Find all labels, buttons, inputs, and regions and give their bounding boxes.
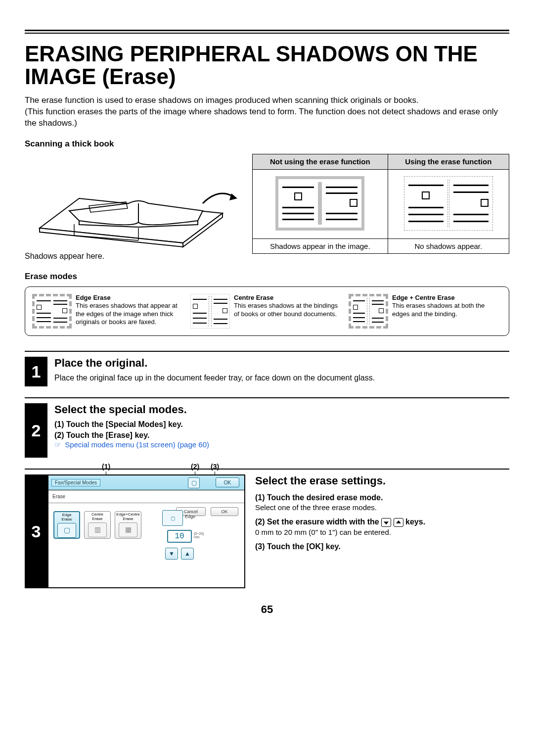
th-not-using: Not using the erase function: [253, 154, 388, 170]
step-2-number: 2: [25, 403, 47, 458]
step-3-title: Select the erase settings.: [255, 474, 425, 487]
step-2-link[interactable]: ☞ Special modes menu (1st screen) (page …: [54, 440, 509, 449]
chevron-down-icon: ▼: [169, 550, 175, 557]
intro-text: The erase function is used to erase shad…: [25, 95, 509, 129]
caption-using: No shadows appear.: [388, 239, 509, 254]
edge-preview-icon: ▢: [162, 510, 183, 526]
mode-centre-desc: This erases shadows at the bindings of b…: [234, 302, 338, 317]
erase-modes-heading: Erase modes: [25, 272, 509, 282]
increase-width-button[interactable]: ▲: [181, 548, 194, 560]
callout-2-label: (2): [191, 463, 199, 471]
special-modes-link[interactable]: Special modes menu (1st screen): [65, 440, 175, 449]
chevron-up-icon: ▲: [184, 550, 190, 557]
step-3-item-1-note: Select one of the three erase modes.: [255, 503, 425, 512]
callout-1-label: (1): [102, 463, 110, 471]
step-1: 1 Place the original. Place the original…: [25, 351, 509, 386]
book-on-glass-illustration: [25, 154, 237, 248]
down-key-icon: [381, 518, 391, 527]
mode-edge-desc: This erases shadows that appear at the e…: [76, 302, 178, 326]
mode-both-title: Edge + Centre Erase: [392, 294, 502, 302]
mode-button-edge-centre-erase[interactable]: Edge+CentreErase ▦: [115, 511, 141, 539]
step-3: 3 (1) (2) (3) Fax/Special Modes ▢ OK Era…: [25, 469, 509, 588]
erase-width-display: 10: [167, 530, 192, 543]
scanning-heading: Scanning a thick book: [25, 139, 509, 149]
touch-panel: Fax/Special Modes ▢ OK Erase Cancel OK E…: [47, 474, 245, 588]
step-3-item-2-note: 0 mm to 20 mm (0" to 1") can be entered.: [255, 528, 425, 536]
step-1-title: Place the original.: [54, 357, 509, 370]
decrease-width-button[interactable]: ▼: [165, 548, 178, 560]
page-number: 65: [25, 603, 509, 616]
panel-top-ok-button[interactable]: OK: [216, 477, 239, 487]
step-2-b: (2) Touch the [Erase] key.: [54, 431, 149, 439]
mode-centre: Centre Erase This erases shadows at the …: [190, 294, 344, 329]
cell-not-using-image: [253, 170, 388, 239]
mode-button-edge-erase[interactable]: EdgeErase ▢: [53, 511, 80, 539]
page-top-rule: [25, 30, 509, 34]
up-key-icon: [394, 518, 403, 527]
step-2-title: Select the special modes.: [54, 403, 509, 416]
caption-not-using: Shadows appear in the image.: [253, 239, 388, 254]
panel-breadcrumb: Fax/Special Modes: [51, 479, 100, 486]
th-using: Using the erase function: [388, 154, 509, 170]
shadows-caption: Shadows appear here.: [25, 252, 237, 261]
mode-edge-title: Edge Erase: [76, 294, 185, 302]
panel-preview-icon[interactable]: ▢: [188, 477, 200, 488]
step-2: 2 Select the special modes. (1) Touch th…: [25, 397, 509, 458]
page-title: ERASING PERIPHERAL SHADOWS ON THE IMAGE …: [25, 43, 509, 88]
step-3-item-2: (2) Set the erasure width with the keys.: [255, 518, 425, 526]
centre-erase-icon: ▥: [88, 522, 107, 537]
step-1-number: 1: [25, 357, 47, 386]
pointing-hand-icon: ☞: [54, 440, 61, 449]
edge-erase-icon: ▢: [57, 523, 76, 538]
compare-table: Not using the erase function Using the e…: [252, 154, 509, 254]
step-2-a: (1) Touch the [Special Modes] key.: [54, 420, 183, 428]
callout-3-label: (3): [211, 463, 219, 471]
mode-both-desc: This erases shadows at both the edges an…: [392, 302, 485, 317]
erase-width-range: (0~20) mm: [194, 532, 204, 539]
panel-sub-title: Erase: [52, 494, 65, 499]
mode-both: Edge + Centre Erase This erases shadows …: [349, 294, 502, 329]
step-3-item-1: (1) Touch the desired erase mode.: [255, 493, 383, 502]
edge-centre-erase-icon: ▦: [119, 522, 137, 537]
edge-label: Edge: [185, 514, 195, 519]
erase-modes-box: Edge Erase This erases shadows that appe…: [25, 286, 509, 336]
step-1-desc: Place the original face up in the docume…: [54, 373, 509, 383]
mode-centre-title: Centre Erase: [234, 294, 344, 302]
step-3-item-3: (3) Touch the [OK] key.: [255, 542, 341, 551]
mode-button-centre-erase[interactable]: CentreErase ▥: [84, 511, 111, 539]
step-3-number: 3: [25, 474, 47, 588]
mode-edge: Edge Erase This erases shadows that appe…: [32, 294, 185, 329]
cell-using-image: [388, 170, 509, 239]
